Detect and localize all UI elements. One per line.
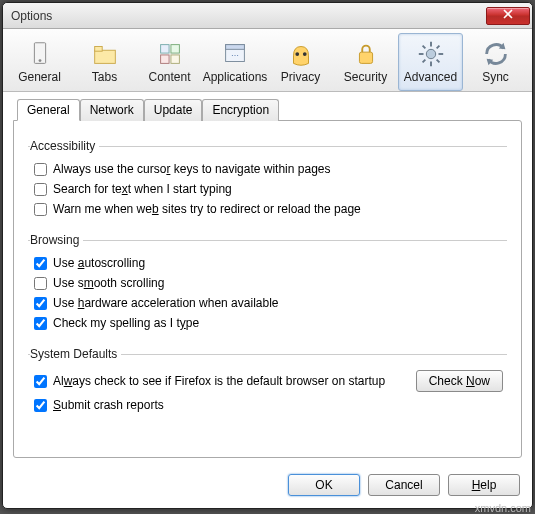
svg-rect-3 (94, 47, 102, 52)
ok-button[interactable]: OK (288, 474, 360, 496)
content-icon (155, 39, 185, 67)
group-browsing: Browsing Use autoscrollingUse smooth scr… (28, 233, 507, 333)
subtab-encryption[interactable]: Encryption (202, 99, 279, 121)
option-label[interactable]: Use autoscrolling (53, 256, 145, 270)
applications-icon: ⋯ (220, 39, 250, 67)
svg-line-22 (422, 60, 425, 63)
group-body: Use autoscrollingUse smooth scrollingUse… (30, 253, 505, 333)
toolbar-item-advanced[interactable]: Advanced (398, 33, 463, 91)
help-button[interactable]: Help (448, 474, 520, 496)
option-row: Submit crash reports (30, 395, 505, 415)
toolbar-label: Applications (203, 70, 268, 84)
checkbox-accessibility-1[interactable] (34, 183, 47, 196)
option-row: Use smooth scrolling (30, 273, 505, 293)
svg-rect-7 (170, 55, 178, 63)
subtab-general[interactable]: General (17, 99, 80, 121)
sync-icon (481, 39, 511, 67)
toolbar-label: Security (344, 70, 387, 84)
option-row: Always check to see if Firefox is the de… (30, 367, 505, 395)
window-title: Options (11, 9, 486, 23)
svg-rect-5 (170, 45, 178, 53)
svg-point-1 (38, 59, 41, 62)
option-row: Use autoscrolling (30, 253, 505, 273)
svg-rect-9 (226, 45, 245, 50)
svg-point-12 (302, 52, 306, 56)
cancel-button[interactable]: Cancel (368, 474, 440, 496)
toolbar-item-general[interactable]: General (7, 33, 72, 91)
toolbar-label: Content (148, 70, 190, 84)
subtab-update[interactable]: Update (144, 99, 203, 121)
option-label[interactable]: Use smooth scrolling (53, 276, 164, 290)
option-label[interactable]: Submit crash reports (53, 398, 164, 412)
option-label[interactable]: Always check to see if Firefox is the de… (53, 374, 385, 388)
svg-rect-4 (160, 45, 168, 53)
group-legend: System Defaults (30, 347, 121, 361)
svg-point-14 (426, 49, 435, 58)
option-row: Always use the cursor keys to navigate w… (30, 159, 505, 179)
checkbox-defaults-1[interactable] (34, 399, 47, 412)
group-system-defaults: System Defaults Always check to see if F… (28, 347, 507, 415)
option-label[interactable]: Search for text when I start typing (53, 182, 232, 196)
toolbar-label: Tabs (92, 70, 117, 84)
svg-rect-2 (94, 50, 115, 63)
option-label[interactable]: Always use the cursor keys to navigate w… (53, 162, 331, 176)
subtab-bar: GeneralNetworkUpdateEncryption (17, 98, 522, 120)
toolbar-label: Advanced (404, 70, 457, 84)
general-icon (25, 39, 55, 67)
options-window: Options GeneralTabsContent⋯ApplicationsP… (2, 2, 533, 509)
option-row: Check my spelling as I type (30, 313, 505, 333)
toolbar-label: Sync (482, 70, 509, 84)
group-legend: Accessibility (30, 139, 99, 153)
checkbox-browsing-0[interactable] (34, 257, 47, 270)
tabs-icon (90, 39, 120, 67)
svg-point-11 (295, 52, 299, 56)
group-body: Always check to see if Firefox is the de… (30, 367, 505, 415)
group-body: Always use the cursor keys to navigate w… (30, 159, 505, 219)
subtab-network[interactable]: Network (80, 99, 144, 121)
option-row: Search for text when I start typing (30, 179, 505, 199)
toolbar-item-tabs[interactable]: Tabs (72, 33, 137, 91)
window-close-button[interactable] (486, 7, 530, 25)
svg-line-19 (422, 46, 425, 49)
checkbox-browsing-2[interactable] (34, 297, 47, 310)
privacy-icon (286, 39, 316, 67)
dialog-footer: OK Cancel Help (3, 466, 532, 508)
titlebar[interactable]: Options (3, 3, 532, 29)
check-now-button[interactable]: Check Now (416, 370, 503, 392)
advanced-icon (416, 39, 446, 67)
toolbar-item-content[interactable]: Content (137, 33, 202, 91)
option-row: Use hardware acceleration when available (30, 293, 505, 313)
checkbox-browsing-3[interactable] (34, 317, 47, 330)
help-rest: elp (480, 478, 496, 492)
svg-rect-6 (160, 55, 168, 63)
category-toolbar: GeneralTabsContent⋯ApplicationsPrivacySe… (3, 29, 532, 92)
checkbox-browsing-1[interactable] (34, 277, 47, 290)
close-icon (503, 9, 513, 19)
svg-line-21 (436, 46, 439, 49)
checkbox-accessibility-0[interactable] (34, 163, 47, 176)
checkbox-defaults-0[interactable] (34, 375, 47, 388)
svg-line-20 (436, 60, 439, 63)
toolbar-item-applications[interactable]: ⋯Applications (202, 33, 268, 91)
toolbar-label: Privacy (281, 70, 320, 84)
toolbar-item-security[interactable]: Security (333, 33, 398, 91)
option-label[interactable]: Check my spelling as I type (53, 316, 199, 330)
group-legend: Browsing (30, 233, 83, 247)
svg-text:⋯: ⋯ (231, 51, 239, 60)
security-icon (351, 39, 381, 67)
toolbar-label: General (18, 70, 61, 84)
checkbox-accessibility-2[interactable] (34, 203, 47, 216)
body-area: GeneralNetworkUpdateEncryption Accessibi… (3, 92, 532, 466)
group-accessibility: Accessibility Always use the cursor keys… (28, 139, 507, 219)
option-label[interactable]: Use hardware acceleration when available (53, 296, 279, 310)
toolbar-item-sync[interactable]: Sync (463, 33, 528, 91)
option-label[interactable]: Warn me when web sites try to redirect o… (53, 202, 361, 216)
toolbar-item-privacy[interactable]: Privacy (268, 33, 333, 91)
option-row: Warn me when web sites try to redirect o… (30, 199, 505, 219)
tab-content: Accessibility Always use the cursor keys… (13, 120, 522, 458)
svg-rect-13 (359, 52, 372, 63)
